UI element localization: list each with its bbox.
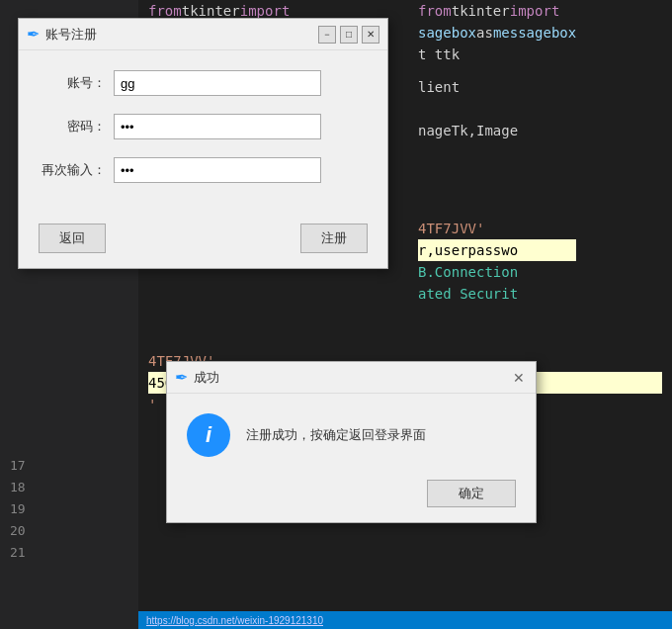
success-title-text: 成功 bbox=[194, 369, 510, 387]
account-input[interactable] bbox=[114, 70, 321, 96]
code-line: sagebox as messagebox bbox=[418, 22, 576, 44]
dialog-footer: 返回 注册 bbox=[19, 216, 387, 268]
account-label: 账号： bbox=[39, 74, 106, 92]
code-plain: lient bbox=[418, 76, 460, 98]
success-close-button[interactable]: ✕ bbox=[510, 369, 528, 387]
dialog-btn-group: － □ ✕ bbox=[318, 26, 379, 44]
code-line bbox=[418, 152, 576, 218]
success-titlebar: ✒ 成功 ✕ bbox=[167, 362, 536, 394]
dialog-title-icon: ✒ bbox=[27, 25, 40, 44]
url-text: https://blog.csdn.net/weixin-1929121310 bbox=[146, 615, 323, 626]
code-cyan: ated Securit bbox=[418, 283, 518, 305]
confirm-input[interactable] bbox=[114, 157, 321, 183]
confirm-button[interactable]: 确定 bbox=[427, 480, 516, 507]
success-message: 注册成功，按确定返回登录界面 bbox=[246, 426, 426, 444]
account-row: 账号： bbox=[39, 70, 368, 96]
register-button[interactable]: 注册 bbox=[300, 224, 368, 253]
password-input[interactable] bbox=[114, 114, 321, 139]
code-line: ated Securit bbox=[418, 283, 576, 305]
back-button[interactable]: 返回 bbox=[39, 224, 106, 253]
success-title-icon: ✒ bbox=[175, 368, 188, 387]
code-string: r,userpasswo bbox=[418, 239, 518, 261]
code-string: 4TF7JVV' bbox=[418, 218, 484, 239]
code-plain: t ttk bbox=[418, 44, 460, 65]
minimize-button[interactable]: － bbox=[318, 26, 336, 44]
registration-dialog: ✒ 账号注册 － □ ✕ 账号： 密码： 再次输入： 返回 注册 bbox=[18, 18, 388, 269]
info-icon: i bbox=[206, 422, 211, 448]
dialog-titlebar: ✒ 账号注册 － □ ✕ bbox=[19, 19, 387, 50]
code-line: t ttk bbox=[418, 44, 576, 65]
line-number: 17 bbox=[10, 455, 138, 477]
code-line: lient bbox=[418, 65, 576, 109]
code-line: 4TF7JVV' bbox=[418, 218, 576, 239]
line-number: 20 bbox=[10, 520, 138, 542]
code-line: B.Connection bbox=[418, 261, 576, 283]
code-line: from tkinter import bbox=[418, 0, 576, 22]
success-dialog: ✒ 成功 ✕ i 注册成功，按确定返回登录界面 确定 bbox=[166, 361, 537, 523]
confirm-label: 再次输入： bbox=[39, 161, 106, 179]
line-number: 18 bbox=[10, 477, 138, 498]
code-var: sagebox bbox=[418, 22, 476, 44]
code-string: ' bbox=[148, 394, 156, 415]
code-plain: nageTk,Image bbox=[418, 120, 518, 141]
code-keyword: import bbox=[510, 0, 560, 22]
maximize-button[interactable]: □ bbox=[340, 26, 358, 44]
dialog-body: 账号： 密码： 再次输入： bbox=[19, 50, 387, 216]
success-footer: 确定 bbox=[167, 472, 536, 522]
code-cyan: B.Connection bbox=[418, 261, 518, 283]
password-label: 密码： bbox=[39, 118, 106, 135]
url-bar: https://blog.csdn.net/weixin-1929121310 bbox=[138, 611, 672, 629]
code-plain: tkinter bbox=[452, 0, 510, 22]
line-number: 19 bbox=[10, 498, 138, 520]
confirm-row: 再次输入： bbox=[39, 157, 368, 183]
close-button[interactable]: ✕ bbox=[362, 26, 379, 44]
code-line-highlighted: r,userpasswo bbox=[418, 239, 576, 261]
info-icon-circle: i bbox=[187, 413, 230, 457]
success-body: i 注册成功，按确定返回登录界面 bbox=[167, 394, 536, 472]
password-row: 密码： bbox=[39, 114, 368, 139]
code-right: from tkinter import sagebox as messagebo… bbox=[410, 0, 584, 305]
dialog-title-text: 账号注册 bbox=[45, 26, 318, 44]
line-number: 21 bbox=[10, 542, 138, 564]
code-as: as bbox=[476, 22, 493, 44]
code-var: messagebox bbox=[493, 22, 576, 44]
code-line: nageTk,Image bbox=[418, 109, 576, 152]
code-keyword: from bbox=[418, 0, 452, 22]
